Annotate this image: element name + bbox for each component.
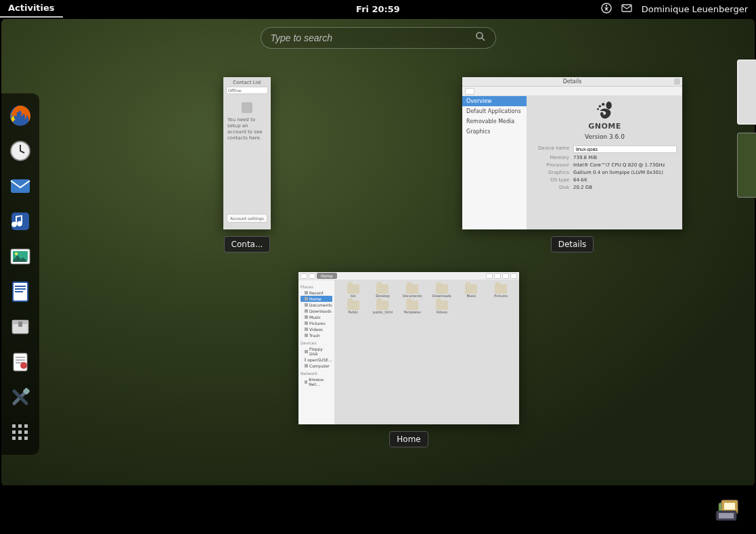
mail-icon[interactable] <box>621 3 632 15</box>
message-tray <box>0 485 756 534</box>
back-icon <box>301 273 307 279</box>
dash-app-evolution[interactable] <box>7 173 33 199</box>
dash-app-document-viewer[interactable] <box>7 349 33 375</box>
sidebar-item-default-apps: Default Applications <box>462 106 527 116</box>
workspace-thumb-1[interactable] <box>737 60 756 125</box>
svg-point-30 <box>606 102 611 109</box>
search-input[interactable] <box>271 32 470 43</box>
svg-rect-38 <box>719 513 734 518</box>
view-icon <box>494 273 501 279</box>
files-sidebar: Places Recent Home Documents Downloads M… <box>298 280 335 424</box>
dash-app-shotwell[interactable] <box>7 244 33 269</box>
folder-item: Documents <box>398 284 426 298</box>
folder-item: Templates <box>398 301 426 314</box>
activities-button[interactable]: Activities <box>0 0 63 18</box>
details-sidebar: Overview Default Applications Removable … <box>462 96 527 229</box>
row-label: OS type <box>533 177 573 183</box>
gnome-logo-icon <box>596 102 615 120</box>
folder-icon <box>436 301 448 310</box>
folder-icon <box>347 301 359 310</box>
window-label: Conta... <box>224 236 271 252</box>
folder-item: Desktop <box>369 284 397 298</box>
sidebar-item: Browse Net... <box>301 376 332 387</box>
window-contacts[interactable]: Contact List Offline You need to setup a… <box>223 77 271 252</box>
dash-app-file-roller[interactable] <box>7 314 33 340</box>
row-value: 64-bit <box>573 177 677 183</box>
person-icon <box>242 102 252 113</box>
dash-app-settings[interactable] <box>7 384 33 410</box>
svg-rect-17 <box>18 321 22 327</box>
folder-item: Videos <box>428 301 456 314</box>
sidebar-item: Music <box>301 314 332 320</box>
svg-rect-13 <box>15 288 26 290</box>
sidebar-item: Computer <box>301 363 332 369</box>
row-value: Intel® Core™i7 CPU Q 820 @ 1.73GHz <box>573 162 677 168</box>
activities-overview: Contact List Offline You need to setup a… <box>1 19 755 486</box>
view-icon <box>486 273 493 279</box>
sidebar-header: Devices <box>301 340 332 345</box>
svg-rect-28 <box>18 437 22 440</box>
svg-rect-26 <box>24 430 28 434</box>
sidebar-item: Recent <box>301 290 332 296</box>
svg-rect-27 <box>12 437 16 440</box>
svg-rect-24 <box>12 430 16 434</box>
down-icon <box>502 273 509 279</box>
sidebar-item: Documents <box>301 302 332 308</box>
sidebar-item: Pictures <box>301 320 332 326</box>
folder-item: public_html <box>369 301 397 314</box>
svg-point-31 <box>602 103 604 106</box>
folder-icon <box>376 301 388 310</box>
breadcrumb-home: Home <box>317 273 337 279</box>
removable-devices-icon[interactable] <box>714 497 742 522</box>
svg-rect-21 <box>12 424 16 428</box>
row-value: 20.2 GB <box>573 185 677 190</box>
device-name-input <box>573 146 677 153</box>
user-menu[interactable]: Dominique Leuenberger <box>642 4 748 14</box>
contacts-message: You need to setup an account to see cont… <box>226 117 268 141</box>
folder-icon <box>406 301 418 310</box>
row-value: Gallium 0.4 on llvmpipe (LLVM 0x301) <box>573 170 677 175</box>
folder-item: Pictures <box>487 284 515 298</box>
svg-point-19 <box>20 362 27 369</box>
top-bar: Activities Fri 20:59 Dominique Leuenberg… <box>0 0 756 18</box>
sidebar-item: Videos <box>301 326 332 332</box>
sidebar-header: Places <box>301 284 332 289</box>
dash-app-banshee[interactable] <box>7 208 33 234</box>
svg-rect-12 <box>15 286 26 287</box>
window-label: Home <box>389 431 428 447</box>
clock[interactable]: Fri 20:59 <box>356 4 400 14</box>
folder-icon <box>347 284 359 294</box>
folder-icon <box>406 284 418 294</box>
accessibility-icon[interactable] <box>601 3 612 16</box>
workspace-switcher <box>737 60 756 198</box>
folder-icon <box>376 284 388 294</box>
row-label: Memory <box>533 155 573 160</box>
back-icon <box>465 88 474 95</box>
dash-show-apps[interactable] <box>7 420 33 445</box>
folder-item: Downloads <box>428 284 456 298</box>
window-details[interactable]: Details Overview Default Applications Re… <box>462 77 682 252</box>
sidebar-item: Downloads <box>301 308 332 314</box>
window-files[interactable]: Home Places Recent Home Documents Downlo… <box>298 272 519 447</box>
svg-point-10 <box>15 252 18 255</box>
files-grid: bin Desktop Documents Downloads Music Pi… <box>335 280 519 424</box>
folder-icon <box>436 284 448 294</box>
search-bar[interactable] <box>261 27 496 49</box>
sidebar-item: openSUSE… <box>301 357 332 363</box>
workspace-thumb-2[interactable] <box>737 133 756 198</box>
details-title: Details <box>563 79 582 85</box>
window-picker: Contact List Offline You need to setup a… <box>55 77 714 466</box>
sidebar-header: Network <box>301 371 332 376</box>
sidebar-item: Floppy Disk <box>301 346 332 357</box>
dash-app-libreoffice-writer[interactable] <box>7 279 33 305</box>
svg-rect-14 <box>15 291 23 292</box>
folder-icon <box>465 284 477 294</box>
folder-icon <box>495 284 507 294</box>
dash-app-firefox[interactable] <box>7 103 33 129</box>
sidebar-item-graphics: Graphics <box>462 127 527 137</box>
row-value: 739.8 MiB <box>573 155 677 160</box>
sidebar-item: Trash <box>301 332 332 338</box>
forward-icon <box>309 273 315 279</box>
sidebar-item-removable: Removable Media <box>462 116 527 127</box>
dash-app-clock[interactable] <box>7 138 33 164</box>
